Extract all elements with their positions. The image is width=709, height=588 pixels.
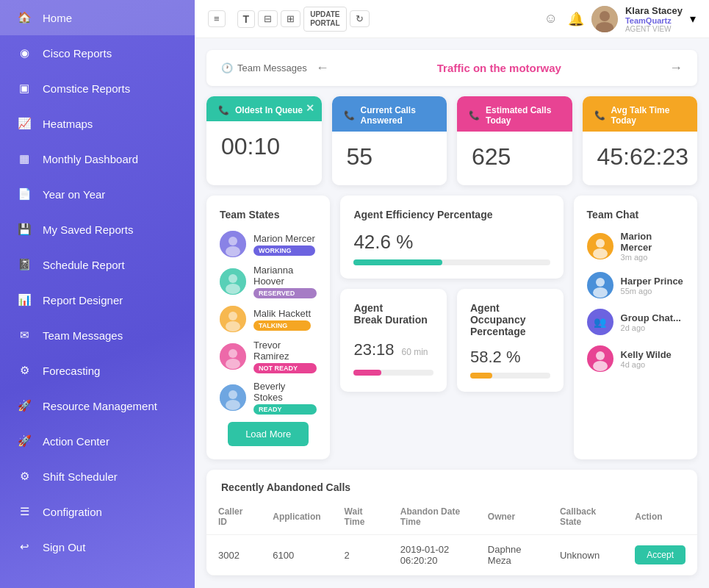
comstice-reports-icon: ▣ xyxy=(16,80,32,96)
sidebar-item-monthly-dashboard[interactable]: ▦ Monthly Dashboard xyxy=(0,141,195,176)
svg-point-11 xyxy=(226,321,240,331)
chat-item[interactable]: Kelly Wilde 4d ago xyxy=(587,345,684,372)
heatmaps-icon: 📈 xyxy=(16,115,32,132)
agent-row: Marianna Hoover RESERVED xyxy=(220,265,317,298)
table-column-header: Wait Time xyxy=(333,499,389,535)
user-info: Klara Stacey TeamQuartz AGENT VIEW xyxy=(625,5,683,33)
agent-info: Beverly Stokes READY xyxy=(253,381,317,415)
table-column-header: Action xyxy=(623,499,697,535)
sidebar-item-team-messages[interactable]: ✉ Team Messages xyxy=(0,318,195,353)
sidebar-item-home[interactable]: 🏠 Home xyxy=(0,0,195,35)
refresh-button[interactable]: ↻ xyxy=(350,10,370,27)
nav-next-button[interactable]: → xyxy=(669,60,683,76)
sidebar-item-shift-scheduler[interactable]: ⚙ Shift Scheduler xyxy=(0,459,195,494)
chat-item[interactable]: Harper Prince 55m ago xyxy=(587,272,684,298)
chat-item[interactable]: 👥 Group Chat... 2d ago xyxy=(587,309,684,335)
topbar: ≡ T ⊟ ⊞ UPDATEPORTAL ↻ ☺ 🔔 Klara Stacey … xyxy=(195,0,709,38)
sidebar-item-resource-management[interactable]: 🚀 Resource Management xyxy=(0,388,195,423)
sidebar: 🏠 Home ◉ Cisco Reports ▣ Comstice Report… xyxy=(0,0,195,588)
svg-point-4 xyxy=(228,237,237,245)
stat-card-header-oldest-in-queue: 📞 Oldest In Queue ✕ xyxy=(206,96,322,121)
cisco-reports-icon: ◉ xyxy=(16,45,32,61)
main-content: ≡ T ⊟ ⊞ UPDATEPORTAL ↻ ☺ 🔔 Klara Stacey … xyxy=(195,0,709,588)
clock-icon: 🕐 xyxy=(221,62,233,74)
agent-avatar xyxy=(220,306,246,332)
agent-name: Marianna Hoover xyxy=(253,265,317,287)
abandoned-title: Recently Abandoned Calls xyxy=(206,470,697,499)
team-states-panel: Team States Marion Mercer WORKING Marian… xyxy=(206,196,330,459)
text-larger-button[interactable]: ⊞ xyxy=(281,10,300,27)
abandoned-calls-panel: Recently Abandoned Calls Caller IDApplic… xyxy=(206,470,697,576)
forecasting-icon: ⚙ xyxy=(16,362,32,379)
chat-info: Kelly Wilde 4d ago xyxy=(621,349,672,369)
sidebar-item-forecasting[interactable]: ⚙ Forecasting xyxy=(0,353,195,388)
font-size-increase-button[interactable]: T xyxy=(237,10,256,28)
break-duration-value: 23:18 xyxy=(353,340,394,359)
sidebar-item-cisco-reports[interactable]: ◉ Cisco Reports xyxy=(0,35,195,71)
agent-name: Malik Hackett xyxy=(253,308,311,319)
sidebar-item-my-saved-reports[interactable]: 💾 My Saved Reports xyxy=(0,212,195,247)
chat-item[interactable]: Marion Mercer 3m ago xyxy=(587,231,684,262)
sidebar-label-year-on-year: Year on Year xyxy=(43,188,105,201)
cell-owner: Daphne Meza xyxy=(476,535,548,576)
svg-point-8 xyxy=(226,284,240,294)
chat-list: Marion Mercer 3m ago Harper Prince 55m a… xyxy=(587,231,684,372)
break-duration-title: AgentBreak Duration xyxy=(353,302,433,326)
load-more-button[interactable]: Load More xyxy=(228,422,309,446)
sidebar-label-home: Home xyxy=(43,12,72,24)
topbar-icons: ☺ 🔔 xyxy=(544,11,584,27)
svg-point-21 xyxy=(593,287,608,298)
agent-name: Beverly Stokes xyxy=(253,381,317,403)
team-messages-icon: ✉ xyxy=(16,327,32,343)
close-icon[interactable]: ✕ xyxy=(306,102,314,114)
update-portal-button[interactable]: UPDATEPORTAL xyxy=(303,7,346,32)
svg-point-18 xyxy=(596,239,605,248)
monthly-dashboard-icon: ▦ xyxy=(16,151,32,167)
my-saved-reports-icon: 💾 xyxy=(16,221,32,237)
chat-info: Group Chat... 2d ago xyxy=(621,312,681,332)
status-badge: NOT READY xyxy=(253,363,317,373)
team-messages-label: 🕐 Team Messages xyxy=(221,62,307,74)
emoji-icon[interactable]: ☺ xyxy=(544,11,558,26)
stat-card-title-avg-talk-time-today: Avg Talk Time Today xyxy=(611,105,686,126)
stat-card-avg-talk-time-today: 📞 Avg Talk Time Today 45:62:23 xyxy=(583,96,698,185)
svg-point-10 xyxy=(228,312,237,320)
sidebar-item-schedule-report[interactable]: 📓 Schedule Report xyxy=(0,247,195,282)
accept-button[interactable]: Accept xyxy=(635,545,685,564)
nav-prev-button[interactable]: ← xyxy=(316,60,329,76)
sidebar-item-action-center[interactable]: 🚀 Action Center xyxy=(0,423,195,459)
resource-management-icon: 🚀 xyxy=(16,398,32,414)
phone-icon-avg-talk-time-today: 📞 xyxy=(594,110,605,121)
cell-wait-time: 2 xyxy=(333,535,389,576)
svg-point-7 xyxy=(228,274,237,283)
chat-name: Kelly Wilde xyxy=(621,349,672,360)
configuration-icon: ☰ xyxy=(16,503,32,520)
sidebar-label-team-messages: Team Messages xyxy=(43,329,123,342)
sidebar-item-year-on-year[interactable]: 📄 Year on Year xyxy=(0,176,195,212)
sidebar-item-heatmaps[interactable]: 📈 Heatmaps xyxy=(0,106,195,141)
sidebar-item-configuration[interactable]: ☰ Configration xyxy=(0,494,195,529)
chat-avatar: 👥 xyxy=(587,309,613,335)
chat-info: Harper Prince 55m ago xyxy=(621,276,683,295)
sidebar-item-sign-out[interactable]: ↩ Sign Out xyxy=(0,529,195,564)
sidebar-label-action-center: Action Center xyxy=(43,435,109,448)
stat-card-value-oldest-in-queue: 00:10 xyxy=(206,121,322,175)
agent-info: Malik Hackett TALKING xyxy=(253,308,311,331)
sidebar-item-report-designer[interactable]: 📊 Report Designer xyxy=(0,282,195,318)
cell-action: Accept xyxy=(623,535,697,576)
occupancy-title: AgentOccupancy Percentage xyxy=(470,302,550,337)
occupancy-panel: AgentOccupancy Percentage 58.2 % xyxy=(457,289,564,392)
svg-point-1 xyxy=(600,11,610,21)
stat-card-header-current-calls-answered: 📞 Current Calls Answered xyxy=(332,96,447,132)
efficiency-bottom: AgentBreak Duration 23:18 60 min AgentOc… xyxy=(340,289,563,392)
notification-icon[interactable]: 🔔 xyxy=(568,11,584,27)
user-area[interactable]: Klara Stacey TeamQuartz AGENT VIEW ▾ xyxy=(591,5,696,33)
sidebar-label-shift-scheduler: Shift Scheduler xyxy=(43,470,118,483)
sidebar-item-comstice-reports[interactable]: ▣ Comstice Reports xyxy=(0,71,195,106)
stat-cards-row: 📞 Oldest In Queue ✕ 00:10 📞 Current Call… xyxy=(206,96,697,185)
text-smaller-button[interactable]: ⊟ xyxy=(258,10,278,27)
team-messages-text: Team Messages xyxy=(237,62,307,74)
stat-card-header-estimated-calls-today: 📞 Estimated Calls Today xyxy=(457,96,572,132)
sidebar-label-resource-management: Resource Management xyxy=(43,400,157,412)
hamburger-button[interactable]: ≡ xyxy=(208,10,226,27)
